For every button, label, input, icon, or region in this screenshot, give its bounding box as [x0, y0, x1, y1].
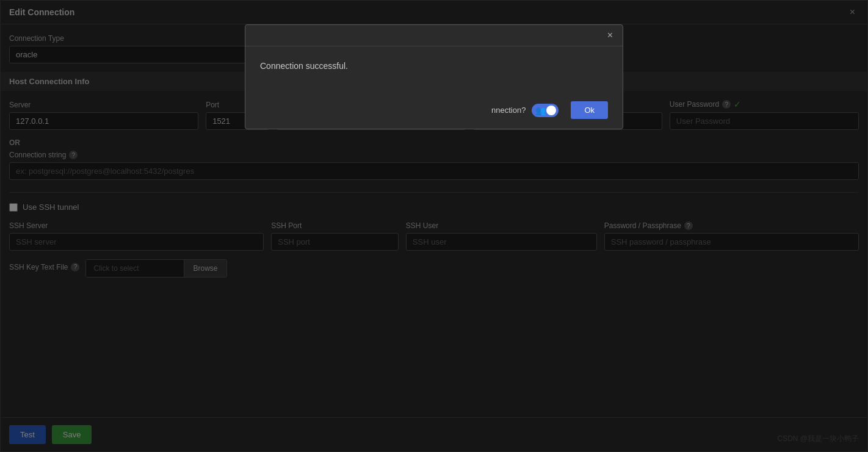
connection-question-text: nnection? [491, 106, 526, 115]
toggle-icon: 👥 [535, 106, 546, 115]
popup-titlebar: × [245, 25, 623, 46]
ok-button[interactable]: Ok [571, 101, 608, 119]
popup-close-button[interactable]: × [604, 29, 617, 42]
overlay: × Connection successful. nnection? 👥 Ok [0, 0, 868, 452]
toggle-slider: 👥 [532, 104, 559, 117]
popup-dialog: × Connection successful. nnection? 👥 Ok [245, 24, 623, 129]
connection-toggle[interactable]: 👥 [532, 104, 559, 117]
popup-footer: nnection? 👥 Ok [245, 95, 623, 129]
popup-body: Connection successful. [245, 46, 623, 95]
connection-question: nnection? 👥 [491, 101, 559, 119]
popup-message: Connection successful. [260, 61, 608, 71]
